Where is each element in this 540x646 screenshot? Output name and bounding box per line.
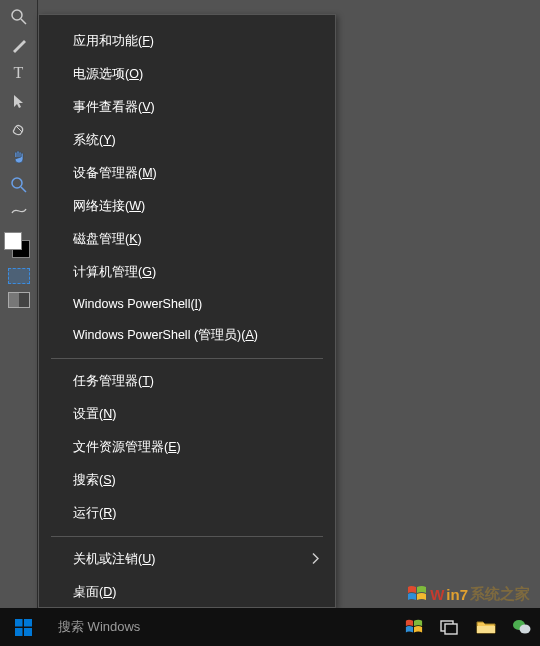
menu-item-text: 关机或注销( [73,552,142,566]
menu-item-accelerator: F [142,34,150,48]
menu-separator [51,358,323,359]
svg-rect-5 [15,619,23,627]
menu-item-accelerator: T [142,374,150,388]
svg-rect-8 [24,628,32,636]
menu-item-accelerator: W [129,199,141,213]
brush-tool-icon[interactable] [6,32,32,58]
menu-item-accelerator: N [103,407,112,421]
mask-mode-icon[interactable] [8,292,30,308]
svg-rect-7 [15,628,23,636]
heal-tool-icon[interactable] [6,116,32,142]
hand-tool-icon[interactable] [6,144,32,170]
watermark-in7: in7 [446,586,468,603]
svg-rect-11 [477,626,495,633]
system-tray [402,608,540,646]
menu-item-text: 搜索( [73,473,103,487]
menu-item-accelerator: E [168,440,176,454]
menu-item-accelerator: G [142,265,152,279]
menu-item[interactable]: 任务管理器(T) [39,365,335,398]
menu-separator [51,536,323,537]
watermark-w: W [430,586,444,603]
menu-item-accelerator: Y [103,133,111,147]
menu-item-text: 网络连接( [73,199,129,213]
svg-line-4 [21,187,26,192]
menu-item[interactable]: 应用和功能(F) [39,25,335,58]
watermark: Win7系统之家 [406,584,530,604]
svg-line-1 [21,19,26,24]
zoom-tool-icon[interactable] [6,172,32,198]
menu-item-text: Windows PowerShell( [73,297,195,311]
windows-flag-tray-icon[interactable] [402,615,426,639]
menu-item-text: 运行( [73,506,103,520]
pointer-tool-icon[interactable] [6,88,32,114]
menu-item-accelerator: O [129,67,139,81]
menu-item-accelerator: R [103,506,112,520]
menu-item[interactable]: 设备管理器(M) [39,157,335,190]
menu-item[interactable]: 计算机管理(G) [39,256,335,289]
watermark-rest: 系统之家 [470,585,530,604]
menu-item[interactable]: 系统(Y) [39,124,335,157]
menu-item[interactable]: Windows PowerShell (管理员)(A) [39,319,335,352]
menu-item-text: 文件资源管理器( [73,440,168,454]
tool-palette: T [0,0,38,608]
svg-rect-10 [445,624,457,634]
menu-item-accelerator: U [142,552,151,566]
search-placeholder: 搜索 Windows [58,618,140,636]
selection-indicator-icon [8,268,30,284]
wechat-icon[interactable] [510,615,534,639]
menu-item[interactable]: 桌面(D) [39,576,335,609]
menu-item-text: 计算机管理( [73,265,142,279]
menu-item-text: 磁盘管理( [73,232,129,246]
text-tool-icon[interactable]: T [6,60,32,86]
svg-point-13 [520,625,531,634]
menu-item-accelerator: M [142,166,152,180]
menu-item-text: 设置( [73,407,103,421]
menu-item-accelerator: D [103,585,112,599]
taskbar: 搜索 Windows [0,608,540,646]
winx-context-menu: 应用和功能(F)电源选项(O)事件查看器(V)系统(Y)设备管理器(M)网络连接… [38,14,336,608]
menu-item-text: 桌面( [73,585,103,599]
taskbar-search[interactable]: 搜索 Windows [46,608,342,646]
file-explorer-icon[interactable] [474,615,498,639]
menu-item[interactable]: 设置(N) [39,398,335,431]
svg-point-3 [12,178,22,188]
chevron-right-icon [311,552,319,567]
menu-item-accelerator: K [129,232,137,246]
menu-item[interactable]: 磁盘管理(K) [39,223,335,256]
menu-item[interactable]: 关机或注销(U) [39,543,335,576]
menu-item-text: 设备管理器( [73,166,142,180]
foreground-color-swatch[interactable] [4,232,22,250]
menu-item-text: 应用和功能( [73,34,142,48]
svg-rect-6 [24,619,32,627]
menu-item-text: 任务管理器( [73,374,142,388]
windows-start-icon [15,619,32,636]
menu-item-text: 事件查看器( [73,100,142,114]
menu-item[interactable]: 事件查看器(V) [39,91,335,124]
menu-item[interactable]: 网络连接(W) [39,190,335,223]
menu-item-text: 系统( [73,133,103,147]
menu-item-accelerator: S [103,473,111,487]
menu-item[interactable]: 运行(R) [39,497,335,530]
start-button[interactable] [0,608,46,646]
color-swatch[interactable] [4,232,34,262]
menu-item-accelerator: V [142,100,150,114]
menu-item-text: 电源选项( [73,67,129,81]
lasso-tool-icon[interactable] [6,200,32,226]
menu-item[interactable]: 搜索(S) [39,464,335,497]
menu-item[interactable]: 文件资源管理器(E) [39,431,335,464]
windows-flag-icon [406,584,428,604]
svg-point-0 [12,10,22,20]
menu-item[interactable]: Windows PowerShell(I) [39,289,335,319]
task-view-icon[interactable] [438,615,462,639]
menu-item-accelerator: A [245,328,253,342]
menu-item[interactable]: 电源选项(O) [39,58,335,91]
magnifier-tool-icon[interactable] [6,4,32,30]
menu-item-text: Windows PowerShell (管理员)( [73,328,245,342]
